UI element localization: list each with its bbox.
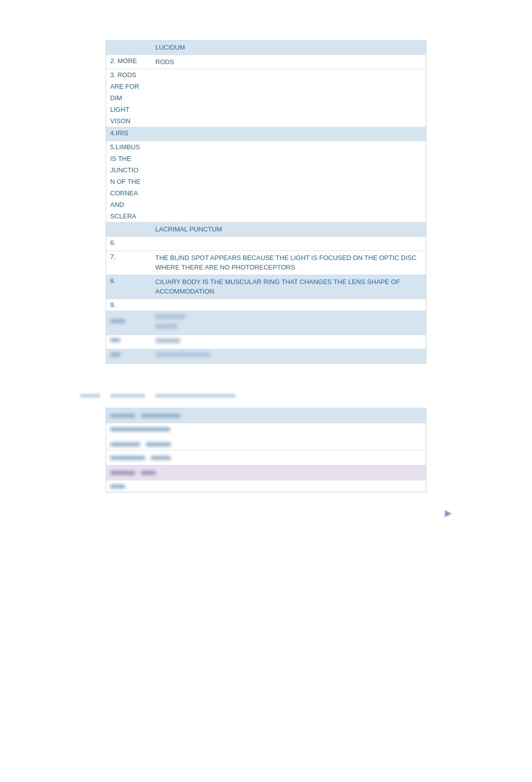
- table-cell: [106, 452, 256, 463]
- row-content: [151, 141, 426, 153]
- table-cell: [256, 471, 426, 475]
- main-content: LUCIDUM 2. MORE RODS 3. RODS AR: [106, 40, 426, 364]
- quiz-info: [155, 394, 235, 398]
- row-content: [151, 176, 426, 187]
- row-text: N OF THE: [110, 178, 140, 185]
- row-number: ARE FOR: [106, 81, 151, 92]
- row-num-text: 2. MORE: [110, 57, 137, 65]
- table-row: 7. THE BLIND SPOT APPEARS BECAUSE THE LI…: [106, 251, 426, 275]
- row-content: [151, 187, 426, 199]
- row-content: [151, 349, 426, 363]
- row-content: [151, 69, 426, 81]
- nav-icon[interactable]: ▶: [445, 508, 452, 518]
- table-row: [106, 423, 426, 450]
- row-number: IS THE: [106, 153, 151, 164]
- row-text: ARE FOR: [110, 83, 139, 90]
- row-number: SCLERA: [106, 210, 151, 222]
- row-text: VISON: [110, 117, 130, 125]
- row-text: CORNEA: [110, 189, 138, 197]
- blurred-content: [155, 352, 210, 357]
- table-row: 5.LIMBUS IS THE JUNCTIO N OF THE: [106, 141, 426, 222]
- row-number: 3. RODS: [106, 69, 151, 81]
- blurred-content: [155, 314, 185, 319]
- row-content: LACRIMAL PUNCTUM: [151, 222, 426, 236]
- row-num-text: 3. RODS: [110, 71, 136, 79]
- row-content: [151, 92, 426, 104]
- page-container: LUCIDUM 2. MORE RODS 3. RODS AR: [0, 0, 532, 559]
- prev-button[interactable]: [80, 394, 100, 398]
- table-cell: [106, 410, 256, 421]
- row-number: DIM: [106, 92, 151, 104]
- row-num-text: 9.: [110, 301, 116, 309]
- row-content: [151, 81, 426, 92]
- row-number: CORNEA: [106, 187, 151, 199]
- row-text: THE BLIND SPOT APPEARS BECAUSE THE LIGHT…: [155, 254, 416, 272]
- row-content: [151, 335, 426, 349]
- row-content: [151, 199, 426, 210]
- table-row: 8. CILIARY BODY IS THE MUSCULAR RING THA…: [106, 275, 426, 299]
- table-row: [106, 335, 426, 350]
- row-number: [106, 317, 151, 329]
- row-number: 6.: [106, 237, 151, 250]
- row-content: [151, 210, 426, 222]
- row-number: [106, 351, 151, 362]
- table-row: LUCIDUM: [106, 41, 426, 55]
- bottom-table: [106, 408, 426, 492]
- row-num-text: 8.: [110, 277, 116, 285]
- row-content: [151, 115, 426, 127]
- row-num-text: 6.: [110, 239, 116, 246]
- table-cell: [106, 423, 256, 450]
- blurred-content: [155, 338, 180, 343]
- row-num-text: 4.IRIS: [110, 129, 128, 137]
- row-content: [151, 127, 426, 141]
- table-cell: [256, 435, 426, 439]
- row-number: [106, 336, 151, 348]
- row-text: LIGHT: [110, 106, 129, 113]
- table-row: [106, 311, 426, 335]
- table-row: [106, 465, 426, 480]
- row-text: AND: [110, 201, 124, 208]
- row-text: CILIARY BODY IS THE MUSCULAR RING THAT C…: [155, 278, 400, 296]
- table-cell: [256, 484, 426, 488]
- row-content: [151, 153, 426, 164]
- table-cell: [106, 480, 256, 492]
- row-content: [151, 299, 426, 311]
- row-number: AND: [106, 199, 151, 210]
- row-text: DIM: [110, 94, 122, 102]
- table-row: [106, 480, 426, 492]
- row-text: LACRIMAL PUNCTUM: [155, 225, 222, 233]
- table-cell: [106, 467, 256, 478]
- row-number: 4.IRIS: [106, 127, 151, 141]
- table-row: [106, 450, 426, 465]
- table-row: 9.: [106, 299, 426, 311]
- table-row: 4.IRIS: [106, 127, 426, 141]
- row-number: 5.LIMBUS: [106, 141, 151, 153]
- table-row: [106, 349, 426, 363]
- row-number: [106, 41, 151, 55]
- row-number: [106, 222, 151, 236]
- row-text: JUNCTIO: [110, 166, 138, 174]
- row-number: VISON: [106, 115, 151, 127]
- row-number: 2. MORE: [106, 55, 151, 69]
- table-cell: [256, 414, 426, 418]
- nav-icon-area: ▶: [80, 507, 452, 518]
- table-row: 6.: [106, 237, 426, 251]
- row-text: IS THE: [110, 155, 131, 162]
- row-content: [151, 237, 426, 250]
- row-content: LUCIDUM: [151, 41, 426, 55]
- row-content: [151, 164, 426, 176]
- table-row: LACRIMAL PUNCTUM: [106, 222, 426, 237]
- row-content: THE BLIND SPOT APPEARS BECAUSE THE LIGHT…: [151, 251, 426, 275]
- row-content: RODS: [151, 55, 426, 69]
- blurred-content: [155, 324, 178, 329]
- row-number: 7.: [106, 251, 151, 275]
- pagination-row[interactable]: [80, 394, 452, 398]
- row-content: CILIARY BODY IS THE MUSCULAR RING THAT C…: [151, 275, 426, 299]
- row-text: LUCIDUM: [155, 44, 185, 51]
- page-info: [110, 394, 145, 398]
- row-number: JUNCTIO: [106, 164, 151, 176]
- row-text: RODS: [155, 58, 174, 66]
- row-number: LIGHT: [106, 104, 151, 115]
- table-row: 3. RODS ARE FOR DIM LIGHT: [106, 69, 426, 127]
- blurred-num: [110, 319, 125, 323]
